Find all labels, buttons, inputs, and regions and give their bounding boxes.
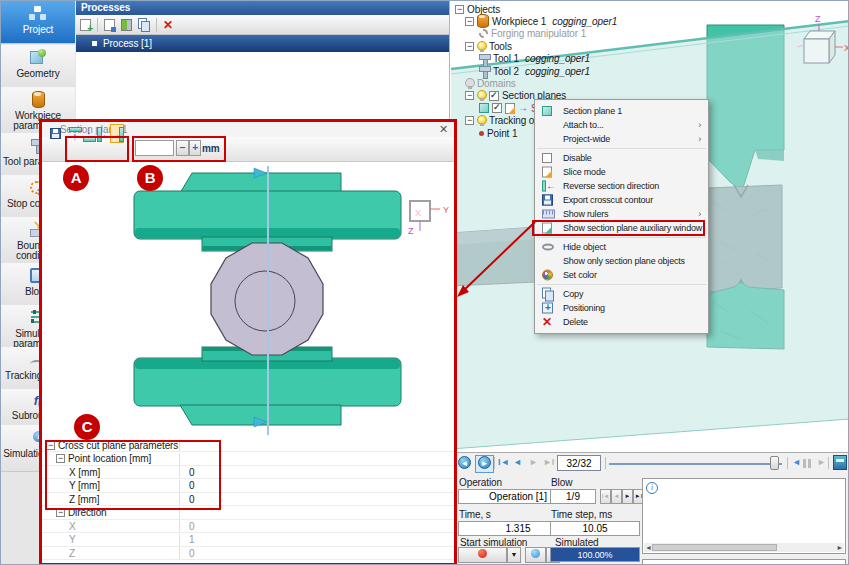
menu-item-slice-mode[interactable]: Slice mode xyxy=(535,165,708,179)
record-back-button[interactable]: ◄ xyxy=(456,456,473,472)
blow-first-button[interactable]: I◄ xyxy=(600,489,611,504)
param-row-y-mm-[interactable]: Y [mm]0 xyxy=(42,480,454,493)
record-forward-button[interactable]: ► xyxy=(475,455,494,473)
save-button[interactable] xyxy=(46,124,64,143)
tree-item-domains[interactable]: Domains xyxy=(450,77,516,89)
blow-input[interactable] xyxy=(550,489,596,504)
menu-item-show-section-plane-auxiliary-window[interactable]: Show section plane auxiliary window xyxy=(535,221,708,235)
menu-item-label: Copy xyxy=(563,289,583,299)
copy-process-icon[interactable] xyxy=(138,18,150,31)
menu-item-project-wide[interactable]: Project-wide› xyxy=(535,132,708,146)
message-box[interactable]: i ◄ ► xyxy=(642,478,846,554)
offset-input[interactable] xyxy=(135,140,174,156)
param-value[interactable]: 1 xyxy=(189,534,194,545)
menu-item-attach-to-[interactable]: Attach to...› xyxy=(535,118,708,132)
step-forward-button[interactable]: ► xyxy=(529,457,538,467)
param-row-z[interactable]: Z0 xyxy=(42,547,454,560)
run-simulation-button[interactable] xyxy=(525,547,546,563)
view-plane-top-button[interactable]: ↑ xyxy=(68,124,82,143)
menu-item-label: Disable xyxy=(563,153,592,163)
param-label: Y xyxy=(69,534,76,545)
view-plane-left-button[interactable]: ← xyxy=(96,124,110,143)
tree-expand-icon[interactable]: − xyxy=(465,116,474,125)
menu-item-delete[interactable]: ✕Delete xyxy=(535,315,708,329)
param-row-y[interactable]: Y1 xyxy=(42,534,454,547)
tree-item-workpiece-1[interactable]: −Workpiece 1cogging_oper1 xyxy=(450,15,617,27)
param-row-x[interactable]: X0 xyxy=(42,520,454,533)
param-row-point-location-mm-[interactable]: −Point location [mm] xyxy=(42,453,454,466)
delete-process-icon[interactable]: ✕ xyxy=(163,19,173,31)
table-expand-icon[interactable]: − xyxy=(56,454,65,463)
sidebar-item-label: Geometry xyxy=(1,69,75,79)
play-forward-button[interactable]: ► xyxy=(817,457,826,467)
blow-next-button[interactable]: ► xyxy=(622,489,633,504)
view-plane-right-button[interactable]: → xyxy=(110,124,124,143)
start-simulation-dropdown[interactable]: ▼ xyxy=(507,547,521,563)
offset-plus-button[interactable]: + xyxy=(189,140,201,156)
menu-item-positioning[interactable]: Positioning xyxy=(535,301,708,315)
timeline-slider[interactable] xyxy=(609,463,782,465)
view-plane-bottom-button[interactable]: ↓ xyxy=(82,124,96,143)
scrollbar-thumb[interactable] xyxy=(652,544,777,551)
table-expand-icon[interactable]: − xyxy=(56,508,65,517)
message-scrollbar[interactable]: ◄ ► xyxy=(644,543,844,552)
menu-item-section-plane-1[interactable]: Section plane 1 xyxy=(535,104,708,118)
tree-expand-icon[interactable]: − xyxy=(465,17,474,26)
param-value[interactable]: 0 xyxy=(189,521,194,532)
close-icon[interactable]: ✕ xyxy=(439,123,448,136)
axis-y-label-2d: Y xyxy=(443,205,449,215)
process-item[interactable]: Process [1] xyxy=(76,35,449,52)
operation-label: Operation xyxy=(459,477,502,488)
tree-item-tool-2[interactable]: Tool 2cogging_oper1 xyxy=(450,65,590,77)
manipulator-icon xyxy=(479,29,488,38)
section-canvas[interactable]: X Y Z xyxy=(42,162,454,439)
tree-expand-icon[interactable]: − xyxy=(455,5,464,14)
table-expand-icon[interactable]: − xyxy=(46,441,55,450)
sidebar-item-geometry[interactable]: Geometry xyxy=(1,45,75,88)
tree-expand-icon[interactable]: − xyxy=(465,91,474,100)
play-back-button[interactable]: ◄ xyxy=(792,457,801,467)
step-back-button[interactable]: ◄ xyxy=(513,457,522,467)
tree-item-objects[interactable]: −Objects xyxy=(450,3,500,15)
pause-button[interactable] xyxy=(803,459,811,470)
menu-item-hide-object[interactable]: Hide object xyxy=(535,240,708,254)
param-value[interactable]: 0 xyxy=(189,467,194,478)
export-animation-button[interactable] xyxy=(833,455,847,470)
menu-item-reverse-section-direction[interactable]: Reverse section direction xyxy=(535,179,708,193)
param-row-direction[interactable]: −Direction xyxy=(42,507,454,520)
timestep-input[interactable] xyxy=(550,521,640,536)
offset-minus-button[interactable]: − xyxy=(176,140,189,156)
param-value[interactable]: 0 xyxy=(189,548,194,559)
param-value[interactable]: 0 xyxy=(189,494,194,505)
tree-item-suffix: cogging_oper1 xyxy=(525,66,590,77)
skip-to-last-button[interactable]: ►I xyxy=(543,457,554,467)
param-row-cross-cut-plane-parameters[interactable]: −Cross cut plane parameters xyxy=(42,439,454,452)
tree-item-tool-1[interactable]: Tool 1cogging_oper1 xyxy=(450,53,590,65)
tree-item-forging-manipulator-1[interactable]: Forging manipulator 1 xyxy=(450,28,586,40)
skip-to-first-button[interactable]: I◄ xyxy=(498,457,509,467)
start-simulation-button[interactable] xyxy=(458,547,507,563)
menu-item-set-color[interactable]: Set color xyxy=(535,268,708,282)
param-row-x-mm-[interactable]: X [mm]0 xyxy=(42,466,454,479)
param-value[interactable]: 0 xyxy=(189,480,194,491)
menu-item-disable[interactable]: Disable xyxy=(535,151,708,165)
frame-counter-input[interactable] xyxy=(557,455,601,471)
param-row-z-mm-[interactable]: Z [mm]0 xyxy=(42,493,454,506)
info-icon: i xyxy=(646,482,658,494)
add-process-icon[interactable] xyxy=(80,19,91,31)
rename-process-icon[interactable] xyxy=(104,19,115,31)
timeline-slider-handle[interactable] xyxy=(770,456,779,470)
menu-item-show-rulers[interactable]: Show rulers› xyxy=(535,207,708,221)
secondary-message-box[interactable] xyxy=(642,559,846,565)
tree-item-tools[interactable]: −Tools xyxy=(450,40,512,52)
compare-process-icon[interactable] xyxy=(121,19,132,31)
sidebar-item-project[interactable]: Project xyxy=(1,1,75,44)
tree-item-point-1[interactable]: Point 1 xyxy=(450,127,517,139)
tree-expand-icon[interactable]: − xyxy=(465,42,474,51)
blow-prev-button[interactable]: ◄ xyxy=(611,489,622,504)
workpiece-icon xyxy=(28,91,48,107)
menu-item-copy[interactable]: Copy xyxy=(535,287,708,301)
menu-item-show-only-section-plane-objects[interactable]: Show only section plane objects xyxy=(535,254,708,268)
menu-item-export-crosscut-contour[interactable]: Export crosscut contour xyxy=(535,193,708,207)
simulation-control-panel: ◄ ► I◄ ◄ ► ►I ◄ ► Operation Blow I◄ ◄ ► … xyxy=(450,452,849,565)
